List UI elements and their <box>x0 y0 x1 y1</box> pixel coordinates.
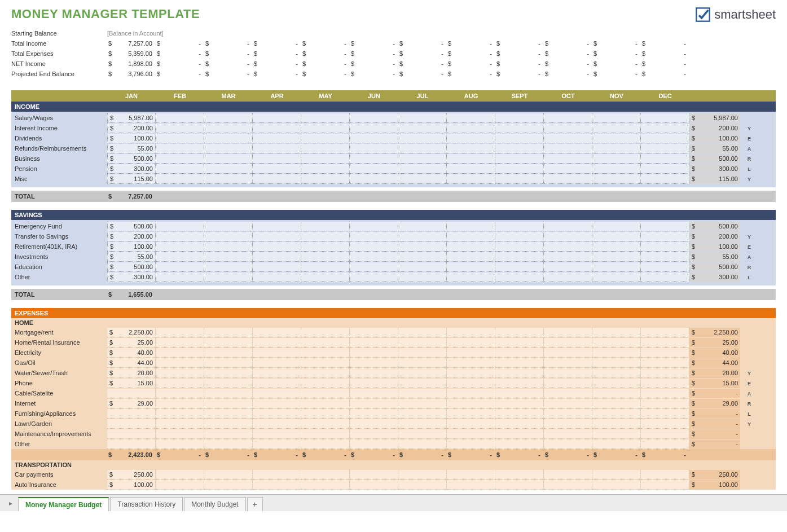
data-cell[interactable] <box>398 164 447 174</box>
data-cell[interactable] <box>447 439 495 449</box>
data-cell[interactable] <box>204 358 253 368</box>
data-cell[interactable] <box>495 419 544 429</box>
data-cell[interactable] <box>641 328 689 337</box>
data-cell[interactable] <box>495 134 544 143</box>
data-cell[interactable] <box>301 232 350 241</box>
data-cell[interactable]: $300.00 <box>107 272 156 282</box>
data-cell[interactable]: $25.00 <box>107 338 156 348</box>
data-cell[interactable] <box>204 262 253 272</box>
data-cell[interactable]: $200.00 <box>107 124 156 133</box>
data-cell[interactable] <box>253 232 301 241</box>
data-cell[interactable] <box>253 174 301 184</box>
data-cell[interactable] <box>156 419 204 429</box>
data-cell[interactable] <box>544 348 592 358</box>
data-cell[interactable] <box>398 328 447 337</box>
data-cell[interactable] <box>447 399 495 408</box>
data-cell[interactable] <box>398 338 447 348</box>
data-cell[interactable] <box>301 338 350 348</box>
data-cell[interactable] <box>156 348 204 358</box>
data-cell[interactable] <box>447 262 495 272</box>
data-cell[interactable] <box>592 252 641 262</box>
data-cell[interactable] <box>301 154 350 164</box>
data-cell[interactable] <box>350 348 398 358</box>
data-cell[interactable]: $15.00 <box>107 379 156 388</box>
data-cell[interactable] <box>592 379 641 388</box>
data-cell[interactable] <box>447 252 495 262</box>
data-cell[interactable] <box>301 164 350 174</box>
data-cell[interactable] <box>592 113 641 123</box>
data-cell[interactable] <box>447 409 495 419</box>
data-cell[interactable] <box>544 262 592 272</box>
data-cell[interactable] <box>350 429 398 439</box>
data-cell[interactable] <box>204 242 253 252</box>
data-cell[interactable]: $20.00 <box>107 368 156 378</box>
data-cell[interactable] <box>301 480 350 490</box>
data-cell[interactable] <box>641 358 689 368</box>
data-cell[interactable] <box>641 124 689 133</box>
data-cell[interactable] <box>156 480 204 490</box>
data-cell[interactable] <box>447 389 495 398</box>
data-cell[interactable] <box>447 470 495 480</box>
data-cell[interactable]: $500.00 <box>107 154 156 164</box>
data-cell[interactable] <box>495 124 544 133</box>
data-cell[interactable] <box>350 144 398 153</box>
data-cell[interactable] <box>350 379 398 388</box>
data-cell[interactable] <box>301 419 350 429</box>
data-cell[interactable] <box>447 328 495 337</box>
data-cell[interactable] <box>641 368 689 378</box>
data-cell[interactable] <box>447 480 495 490</box>
data-cell[interactable] <box>544 368 592 378</box>
data-cell[interactable] <box>447 174 495 184</box>
data-cell[interactable] <box>156 242 204 252</box>
data-cell[interactable] <box>253 144 301 153</box>
data-cell[interactable] <box>156 262 204 272</box>
data-cell[interactable] <box>350 222 398 231</box>
data-cell[interactable] <box>641 429 689 439</box>
tab-add[interactable]: + <box>247 497 263 511</box>
data-cell[interactable] <box>544 242 592 252</box>
data-cell[interactable] <box>398 368 447 378</box>
data-cell[interactable] <box>495 470 544 480</box>
data-cell[interactable] <box>253 399 301 408</box>
data-cell[interactable] <box>301 134 350 143</box>
data-cell[interactable] <box>398 174 447 184</box>
data-cell[interactable]: $44.00 <box>107 358 156 368</box>
tab-nav-prev[interactable]: ▸ <box>3 495 18 511</box>
data-cell[interactable] <box>204 419 253 429</box>
data-cell[interactable] <box>204 232 253 241</box>
data-cell[interactable] <box>641 164 689 174</box>
data-cell[interactable] <box>253 389 301 398</box>
data-cell[interactable] <box>641 154 689 164</box>
data-cell[interactable] <box>350 242 398 252</box>
data-cell[interactable] <box>398 252 447 262</box>
data-cell[interactable] <box>253 409 301 419</box>
data-cell[interactable] <box>204 409 253 419</box>
data-cell[interactable] <box>350 399 398 408</box>
data-cell[interactable] <box>592 389 641 398</box>
data-cell[interactable]: $2,250.00 <box>107 328 156 337</box>
data-cell[interactable] <box>301 429 350 439</box>
data-cell[interactable] <box>253 113 301 123</box>
data-cell[interactable] <box>156 113 204 123</box>
data-cell[interactable] <box>156 144 204 153</box>
data-cell[interactable] <box>350 124 398 133</box>
data-cell[interactable] <box>204 134 253 143</box>
data-cell[interactable] <box>398 154 447 164</box>
data-cell[interactable] <box>641 242 689 252</box>
data-cell[interactable] <box>398 124 447 133</box>
data-cell[interactable] <box>253 124 301 133</box>
data-cell[interactable] <box>156 429 204 439</box>
data-cell[interactable] <box>398 134 447 143</box>
data-cell[interactable] <box>350 389 398 398</box>
data-cell[interactable] <box>544 144 592 153</box>
data-cell[interactable] <box>301 113 350 123</box>
data-cell[interactable] <box>301 262 350 272</box>
data-cell[interactable]: $100.00 <box>107 134 156 143</box>
data-cell[interactable] <box>350 409 398 419</box>
data-cell[interactable] <box>350 358 398 368</box>
data-cell[interactable] <box>156 389 204 398</box>
data-cell[interactable] <box>301 328 350 337</box>
data-cell[interactable] <box>204 124 253 133</box>
data-cell[interactable] <box>592 164 641 174</box>
data-cell[interactable] <box>447 144 495 153</box>
